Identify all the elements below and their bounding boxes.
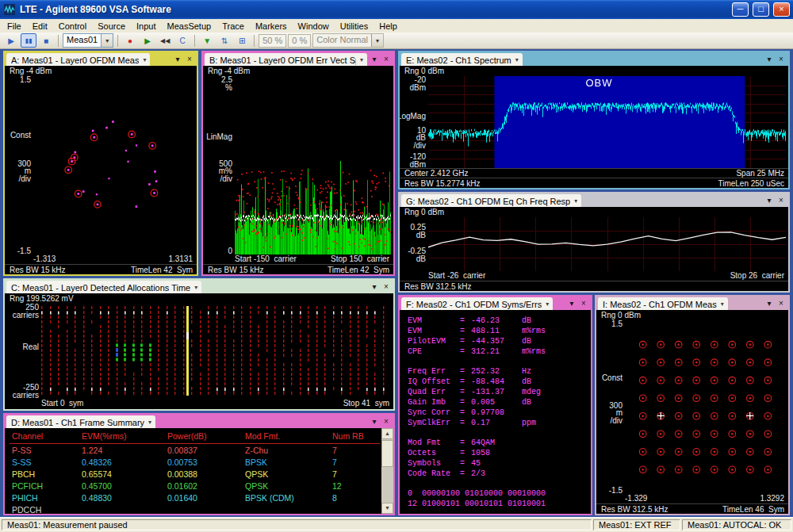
- window-menu-icon[interactable]: ▾: [370, 282, 379, 292]
- menu-file[interactable]: File: [2, 21, 27, 32]
- column-header: EVM(%rms): [79, 431, 165, 444]
- scroll-down-icon[interactable]: ▼: [381, 503, 393, 514]
- column-header: Power(dB): [165, 431, 243, 444]
- window-i-tab[interactable]: I: Meas02 - Ch1 OFDM Meas ▾: [598, 297, 728, 310]
- chevron-down-icon[interactable]: ▾: [721, 300, 724, 308]
- close-icon[interactable]: ×: [776, 55, 786, 64]
- autoscale-button[interactable]: ⇅: [216, 33, 232, 48]
- menu-bar: FileEditControlSourceInputMeasSetupTrace…: [0, 19, 793, 33]
- window-menu-icon[interactable]: ▾: [173, 55, 182, 64]
- scroll-up-icon[interactable]: ▲: [381, 428, 393, 439]
- window-i-ofdm-meas: I: Meas02 - Ch1 OFDM Meas ▾ ▾ × Rng 0 dB…: [595, 295, 790, 515]
- window-menu-icon[interactable]: ▾: [764, 299, 774, 308]
- window-menu-icon[interactable]: ▾: [567, 299, 577, 308]
- window-g-tab[interactable]: G: Meas02 - Ch1 OFDM Eq Ch Freq Resp ▾: [401, 194, 581, 207]
- window-c-titlebar: C: Meas01 - Layer0 Detected Allocations …: [5, 280, 393, 293]
- chevron-down-icon[interactable]: ▾: [546, 300, 549, 308]
- res-bw-label: Res BW 15.2774 kHz: [404, 179, 481, 188]
- menu-meassetup[interactable]: MeasSetup: [162, 21, 217, 32]
- close-icon[interactable]: ×: [381, 55, 391, 64]
- status-autocal: Meas01: AUTOCAL: OK: [682, 519, 791, 530]
- x-axis-labels: Start -26 carrier Stop 26 carrier: [400, 271, 788, 281]
- close-icon[interactable]: ×: [381, 282, 391, 292]
- close-icon[interactable]: ×: [776, 196, 786, 205]
- table-header-row: ChannelEVM(%rms)Power(dB)Mod Fmt.Num RB: [10, 431, 380, 444]
- window-d-tab[interactable]: D: Meas01 - Ch1 Frame Summary ▾: [6, 415, 155, 428]
- menu-edit[interactable]: Edit: [27, 21, 53, 32]
- color-mode-select[interactable]: Color Normal▾: [312, 33, 384, 48]
- x-axis-stop: Stop 41 sym: [343, 399, 389, 409]
- x-axis-start: Start -26 carrier: [428, 271, 485, 281]
- window-b-controls: ▾ ×: [367, 52, 393, 66]
- chevron-down-icon[interactable]: ▾: [194, 284, 197, 291]
- chevron-down-icon[interactable]: ▾: [360, 56, 363, 63]
- y-axis-label: 0: [228, 247, 232, 255]
- window-menu-icon[interactable]: ▾: [370, 55, 379, 64]
- window-g-body: Rng 0 dBm 0.25 dB-0.25 dB Start -26 carr…: [400, 207, 788, 291]
- scrollbar-thumb[interactable]: [381, 440, 393, 467]
- close-icon[interactable]: ×: [185, 55, 194, 64]
- recall-trace-button[interactable]: C: [174, 33, 190, 48]
- status-measurement: Meas01: Measurement paused: [2, 519, 592, 530]
- vertical-scrollbar[interactable]: ▲ ▼: [381, 428, 393, 514]
- window-f-tab[interactable]: F: Meas02 - Ch1 OFDM Syms/Errs ▾: [401, 297, 553, 310]
- close-button[interactable]: ×: [773, 2, 790, 17]
- menu-markers[interactable]: Markers: [250, 21, 293, 32]
- menu-window[interactable]: Window: [293, 21, 335, 32]
- close-icon[interactable]: ×: [579, 299, 588, 308]
- rewind-button[interactable]: ◀◀: [157, 33, 173, 48]
- maximize-button[interactable]: □: [753, 2, 769, 17]
- play-recording-button[interactable]: ▶: [140, 33, 155, 48]
- chevron-down-icon[interactable]: ▾: [371, 34, 383, 47]
- chevron-down-icon[interactable]: ▾: [515, 56, 519, 63]
- menu-input[interactable]: Input: [131, 21, 161, 32]
- window-b-err-vect-spectrum: B: Meas01 - Layer0 OFDM Err Vect Spectru…: [201, 51, 395, 276]
- offset-field[interactable]: 0 %: [288, 34, 311, 48]
- window-c-detected-allocations: C: Meas01 - Layer0 Detected Allocations …: [3, 278, 395, 411]
- toolbar-separator: [117, 35, 118, 47]
- color-mode-select-value: Color Normal: [313, 34, 371, 47]
- chevron-down-icon[interactable]: ▾: [143, 56, 146, 63]
- readout-line: Symbols=45: [408, 458, 591, 469]
- toolbar-separator: [194, 35, 195, 47]
- y-axis-label: 1.5: [20, 76, 31, 84]
- stop-button[interactable]: ■: [38, 33, 54, 48]
- marker-to-peak-button[interactable]: ▼: [199, 33, 215, 48]
- readout-line: EVM=-46.23dB: [408, 316, 591, 326]
- window-a-controls: ▾ ×: [170, 52, 197, 66]
- y-axis-gutter: 250 carriersReal-250 carriers: [5, 304, 41, 399]
- window-menu-icon[interactable]: ▾: [764, 196, 774, 205]
- layout-grid-button[interactable]: ⊞: [234, 33, 250, 48]
- record-button[interactable]: ●: [122, 33, 138, 48]
- menu-control[interactable]: Control: [53, 21, 92, 32]
- window-menu-icon[interactable]: ▾: [370, 417, 379, 427]
- window-b-tab[interactable]: B: Meas01 - Layer0 OFDM Err Vect Spectru…: [205, 53, 367, 66]
- pause-button[interactable]: ▮▮: [21, 33, 36, 48]
- window-a-tab[interactable]: A: Meas01 - Layer0 OFDM Meas ▾: [6, 53, 150, 66]
- minimize-button[interactable]: ─: [732, 2, 749, 17]
- window-e-tab[interactable]: E: Meas02 - Ch1 Spectrum ▾: [401, 53, 523, 66]
- app-icon: [3, 3, 16, 16]
- menu-trace[interactable]: Trace: [216, 21, 250, 32]
- menu-help[interactable]: Help: [374, 21, 403, 32]
- close-icon[interactable]: ×: [381, 417, 391, 427]
- chevron-down-icon[interactable]: ▾: [574, 197, 577, 205]
- window-g-eq-ch-freq-resp: G: Meas02 - Ch1 OFDM Eq Ch Freq Resp ▾ ▾…: [398, 192, 790, 293]
- close-icon[interactable]: ×: [776, 299, 786, 308]
- x-axis-min: -1.329: [625, 494, 647, 503]
- y-axis-label: 0.25 dB: [411, 224, 426, 239]
- window-c-title: C: Meas01 - Layer0 Detected Allocations …: [11, 283, 190, 293]
- column-header: Channel: [10, 431, 79, 444]
- workspace: A: Meas01 - Layer0 OFDM Meas ▾ ▾ × Rng -…: [0, 49, 793, 517]
- overlap-field[interactable]: 50 %: [259, 34, 286, 48]
- window-menu-icon[interactable]: ▾: [764, 55, 774, 64]
- play-button[interactable]: ▶: [3, 33, 19, 48]
- chevron-down-icon[interactable]: ▾: [148, 419, 151, 426]
- y-axis-label: -120 dBm: [409, 153, 426, 168]
- timelen-label: TimeLen 46 Sym: [722, 505, 784, 514]
- window-c-tab[interactable]: C: Meas01 - Layer0 Detected Allocations …: [6, 281, 201, 293]
- menu-source[interactable]: Source: [92, 21, 131, 32]
- measurement-select[interactable]: Meas01▾: [63, 33, 113, 48]
- menu-utilities[interactable]: Utilities: [335, 21, 374, 32]
- chevron-down-icon[interactable]: ▾: [101, 34, 113, 47]
